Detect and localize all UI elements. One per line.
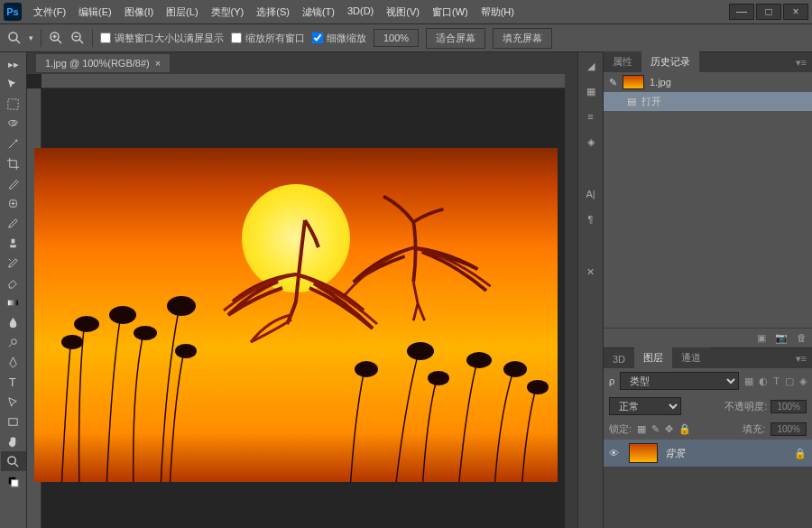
scrubby-zoom-checkbox[interactable]: 细微缩放 [312,32,366,45]
menu-window[interactable]: 窗口(W) [426,2,475,23]
fill-label: 填充: [743,422,765,436]
fit-screen-button[interactable]: 适合屏幕 [426,28,485,49]
lasso-tool[interactable] [1,114,26,134]
tab-channels[interactable]: 通道 [672,347,710,368]
close-button[interactable]: × [783,4,808,20]
history-filename: 1.jpg [650,77,671,88]
blend-mode-select[interactable]: 正常 [609,397,681,415]
zoom-all-windows-checkbox[interactable]: 缩放所有窗口 [231,32,305,45]
clone-stamp-tool[interactable] [1,233,26,253]
lock-transparency-icon[interactable]: ▦ [637,423,646,435]
rectangle-tool[interactable] [1,412,26,431]
layer-thumbnail [629,443,658,463]
delete-state-icon[interactable]: 🗑 [797,332,807,344]
menu-layer[interactable]: 图层(L) [160,2,204,23]
zoom-100-button[interactable]: 100% [374,29,419,47]
move-tool[interactable] [1,74,26,94]
magic-wand-tool[interactable] [1,134,26,153]
blur-tool[interactable] [1,312,26,332]
opacity-label: 不透明度: [724,400,767,413]
path-selection-tool[interactable] [1,392,26,412]
history-step-open[interactable]: ▤ 打开 [604,92,812,111]
filter-pixel-icon[interactable]: ▦ [744,375,753,387]
opacity-value[interactable]: 100% [770,400,807,413]
resize-window-checkbox[interactable]: 调整窗口大小以满屏显示 [100,32,224,45]
tab-3d[interactable]: 3D [604,350,634,368]
paragraph-panel-icon[interactable]: ¶ [583,211,599,227]
menu-3d[interactable]: 3D(D) [341,2,380,23]
tab-toggle-icon[interactable]: ▸▸ [1,54,26,74]
character-panel-icon[interactable]: A| [583,186,599,202]
type-tool[interactable]: T [1,372,26,392]
visibility-icon[interactable]: 👁 [609,448,622,459]
menu-filter[interactable]: 滤镜(T) [296,2,341,23]
swatches-panel-icon[interactable]: ▦ [583,83,599,99]
create-document-icon[interactable]: ▣ [757,332,766,344]
tab-properties[interactable]: 属性 [604,51,641,72]
filter-icon: ρ [609,375,614,386]
brush-tool[interactable] [1,213,26,233]
tool-preset-dropdown[interactable]: ▾ [29,33,33,42]
zoom-tool-icon[interactable] [7,31,22,45]
filter-shape-icon[interactable]: ▢ [785,375,794,387]
eraser-tool[interactable] [1,273,26,292]
zoom-tool[interactable] [1,451,26,471]
fill-value[interactable]: 100% [770,422,807,436]
dodge-tool[interactable] [1,332,26,352]
pen-tool[interactable] [1,352,26,372]
layer-filter-select[interactable]: 类型 [620,372,739,390]
history-brush-tool[interactable] [1,253,26,273]
tools-preset-icon[interactable]: ✕ [583,264,599,280]
tab-history[interactable]: 历史记录 [641,51,699,72]
menu-type[interactable]: 类型(Y) [205,2,251,23]
eyedropper-tool[interactable] [1,173,26,193]
filter-adjust-icon[interactable]: ◐ [759,375,768,387]
svg-line-21 [14,463,18,467]
marquee-tool[interactable] [1,94,26,114]
svg-point-26 [109,306,136,324]
crop-tool[interactable] [1,153,26,173]
history-thumbnail [623,75,644,89]
menu-select[interactable]: 选择(S) [250,2,296,23]
lock-icon: 🔒 [794,448,807,459]
svg-point-27 [134,326,157,340]
close-tab-icon[interactable]: × [155,58,161,69]
zoom-in-icon[interactable] [49,31,63,45]
options-bar: ▾ 调整窗口大小以满屏显示 缩放所有窗口 细微缩放 100% 适合屏幕 填充屏幕 [0,23,812,52]
filter-smart-icon[interactable]: ◈ [799,375,807,387]
menu-help[interactable]: 帮助(H) [475,2,521,23]
vertical-scrollbar[interactable] [565,52,577,528]
healing-brush-tool[interactable] [1,193,26,213]
color-swatches[interactable] [1,471,26,491]
filter-type-icon[interactable]: T [773,375,780,387]
maximize-button[interactable]: □ [756,4,781,20]
adjustments-panel-icon[interactable]: ≡ [583,108,599,125]
document-tab[interactable]: 1.jpg @ 100%(RGB/8#) × [36,54,170,72]
tab-layers[interactable]: 图层 [634,347,672,368]
menu-view[interactable]: 视图(V) [380,2,426,23]
menu-image[interactable]: 图像(I) [118,2,160,23]
svg-point-24 [61,335,83,349]
menu-file[interactable]: 文件(F) [27,2,72,23]
lock-all-icon[interactable]: 🔒 [678,423,691,435]
collapsed-panels: ◢ ▦ ≡ ◈ A| ¶ ✕ [577,52,603,528]
styles-panel-icon[interactable]: ◈ [583,134,599,150]
canvas-image[interactable] [34,148,558,482]
layers-menu-icon[interactable]: ▾≡ [790,349,812,368]
history-source[interactable]: ✎ 1.jpg [604,72,812,92]
gradient-tool[interactable] [1,292,26,312]
hand-tool[interactable] [1,431,26,451]
fill-screen-button[interactable]: 填充屏幕 [493,28,552,49]
minimize-button[interactable]: — [729,4,754,20]
lock-pixels-icon[interactable]: ✎ [651,423,660,435]
lock-position-icon[interactable]: ✥ [665,423,673,435]
app-logo: Ps [4,3,22,21]
zoom-out-icon[interactable] [70,31,85,45]
new-snapshot-icon[interactable]: 📷 [775,332,788,344]
layer-background[interactable]: 👁 背景 🔒 [604,440,812,467]
tools-panel: ▸▸ T [0,52,27,528]
color-panel-icon[interactable]: ◢ [583,58,599,74]
menu-edit[interactable]: 编辑(E) [72,2,118,23]
panel-menu-icon[interactable]: ▾≡ [790,53,812,72]
svg-point-33 [466,352,492,368]
